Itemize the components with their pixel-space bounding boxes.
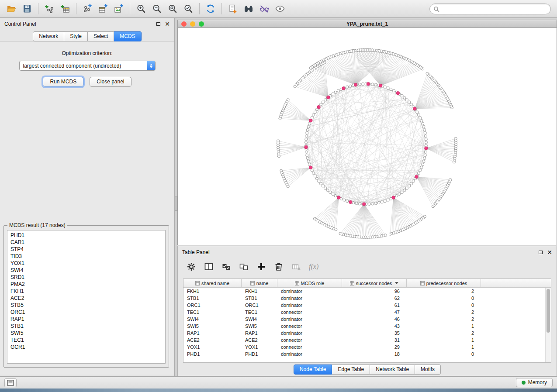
select-all-button[interactable] [220,261,233,273]
float-window-icon[interactable] [539,251,543,254]
control-tab-select[interactable]: Select [88,31,114,41]
open-session-button[interactable] [3,2,19,16]
result-item[interactable]: STB1 [10,323,162,330]
table-row[interactable]: RAP1RAP1dominator352 [183,330,551,337]
column-type-icon [295,281,299,285]
table-row[interactable]: STB1STB1dominator620 [183,295,551,302]
zoom-out-button[interactable] [149,2,165,16]
result-item[interactable]: SWI4 [10,267,162,274]
column-header-name[interactable]: name [242,279,277,287]
search-network-button[interactable] [241,2,256,16]
result-item[interactable]: GCR1 [10,344,162,351]
window-close-icon[interactable] [181,21,187,27]
control-tab-style[interactable]: Style [64,31,88,41]
zoom-fit-button[interactable] [165,2,180,16]
result-item[interactable]: ACE2 [10,295,162,302]
table-row[interactable]: FKH1FKH1dominator962 [183,288,551,295]
open-folder-icon [6,3,17,14]
save-session-button[interactable] [19,2,35,16]
table-row[interactable]: ACE2ACE2connector311 [183,337,551,344]
show-panels-button[interactable] [4,378,17,387]
toolbar-separator [130,3,130,14]
table-tab-node-table[interactable]: Node Table [294,364,332,375]
import-network-button[interactable] [42,2,57,16]
dropdown-stepper-icon[interactable] [147,61,155,70]
show-all-button[interactable] [272,2,288,16]
table-cell: 31 [342,337,407,344]
run-mcds-button[interactable]: Run MCDS [43,77,83,87]
table-cell: 47 [342,309,407,316]
float-window-icon[interactable] [156,22,160,26]
close-panel-icon[interactable]: ✕ [547,250,552,254]
result-item[interactable]: PMA2 [10,281,162,288]
show-columns-button[interactable] [202,261,215,273]
control-tab-mcds[interactable]: MCDS [114,31,141,41]
table-panel-title: Table Panel [182,249,210,255]
search-input[interactable] [439,6,547,12]
result-item[interactable]: TID3 [10,253,162,260]
close-panel-icon[interactable]: ✕ [165,22,170,26]
mcds-result-list[interactable]: PHD1CAR1STP4TID3YOX1SWI4SRD1PMA2FKH1ACE2… [7,230,166,364]
table-row[interactable]: ORC1ORC1dominator610 [183,302,551,309]
result-item[interactable]: ORC1 [10,309,162,316]
zoom-in-button[interactable] [133,2,149,16]
result-item[interactable]: STB5 [10,302,162,309]
table-row[interactable]: YOX1YOX1connector291 [183,344,551,351]
column-header-predecessor-nodes[interactable]: predecessor nodes [407,279,481,287]
network-window-titlebar[interactable]: YPA_prune.txt_1 [178,20,557,28]
table-row[interactable]: SWI5SWI5connector431 [183,323,551,330]
function-builder-button[interactable]: f(x) [309,263,318,271]
result-item[interactable]: SRD1 [10,274,162,281]
close-panel-button[interactable]: Close panel [90,77,131,87]
control-panel-tab-bar: NetworkStyleSelectMCDS [0,30,174,41]
table-cell: connector [277,323,342,330]
table-scrollbar[interactable] [545,288,551,362]
table-row[interactable]: TEC1TEC1connector472 [183,309,551,316]
column-header-successor-nodes[interactable]: successor nodes [342,279,407,287]
copy-share-button[interactable] [225,2,241,16]
table-tab-network-table[interactable]: Network Table [370,364,415,375]
column-header-MCDS-role[interactable]: MCDS role [277,279,342,287]
result-item[interactable]: STP4 [10,246,162,253]
add-column-button[interactable] [255,261,268,273]
window-minimize-icon[interactable] [190,21,195,27]
export-network-button[interactable] [80,2,95,16]
memory-button[interactable]: Memory [516,378,553,387]
result-item[interactable]: PHD1 [10,232,162,239]
result-item[interactable]: SWI5 [10,330,162,337]
result-item[interactable]: FKH1 [10,288,162,295]
table-row[interactable]: PHD1PHD1dominator180 [183,351,551,358]
hide-selected-button[interactable] [256,2,272,16]
window-maximize-icon[interactable] [199,21,204,27]
deselect-all-button[interactable] [237,261,250,273]
optimization-criterion-dropdown[interactable]: largest connected component (undirected) [19,61,156,71]
control-tab-network[interactable]: Network [33,31,64,41]
delete-column-button[interactable] [272,261,285,273]
import-table-button[interactable] [57,2,73,16]
export-table-button[interactable] [95,2,111,16]
export-image-button[interactable] [111,2,127,16]
table-body: FKH1FKH1dominator962STB1STB1dominator620… [183,288,551,358]
column-header-shared-name[interactable]: shared name [183,279,242,287]
table-tab-edge-table[interactable]: Edge Table [332,364,370,375]
column-label: successor nodes [356,281,392,286]
column-type-icon [250,281,255,285]
result-item[interactable]: YOX1 [10,260,162,267]
result-item[interactable]: CAR1 [10,239,162,246]
global-search[interactable] [429,3,551,14]
result-item[interactable]: RAP1 [10,316,162,323]
network-graph-canvas[interactable] [178,28,557,245]
table-cell: TEC1 [242,309,277,316]
result-item[interactable]: TEC1 [10,337,162,344]
table-cell: 62 [342,295,407,302]
scrollbar-thumb[interactable] [547,289,550,333]
eye-icon [275,3,285,14]
table-row[interactable]: SWI4SWI4dominator462 [183,316,551,323]
column-label: MCDS role [301,281,325,286]
table-settings-button[interactable] [185,261,198,273]
delete-table-button[interactable] [290,261,303,273]
refresh-button[interactable] [203,2,218,16]
zoom-selected-button[interactable] [180,2,196,16]
table-tab-motifs[interactable]: Motifs [415,364,441,375]
table-cell: 96 [342,288,407,295]
